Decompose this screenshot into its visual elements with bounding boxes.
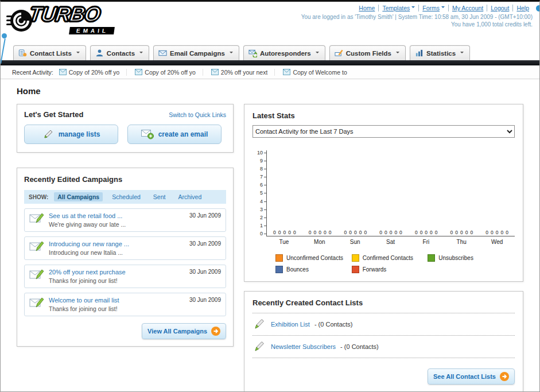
legend-swatch [352, 266, 359, 273]
nav-item-home[interactable]: Home [355, 5, 378, 11]
envelope-pencil-icon [29, 269, 44, 281]
recent-activity-item[interactable]: 20% off your next [211, 69, 275, 76]
switch-quick-links-link[interactable]: Switch to Quick Links [169, 111, 226, 118]
tab-autoresponders[interactable]: Autoresponders [243, 45, 325, 60]
envelope-pencil-icon [29, 240, 44, 253]
contact-list-link[interactable]: Newsletter Subscribers [271, 343, 336, 350]
view-all-campaigns-button[interactable]: View All Campaigns [142, 323, 226, 339]
see-all-contact-lists-button[interactable]: See All Contact Lists [428, 368, 515, 385]
legend-item: Bounces [275, 266, 347, 273]
tab-statistics[interactable]: Statistics [410, 45, 470, 60]
tab-label: Contact Lists [30, 50, 72, 57]
y-tick-label: 0 [252, 231, 266, 236]
activity-item-label: Copy of 20% off yo [145, 69, 196, 76]
x-tick-label: Sat [373, 239, 409, 245]
left-column: Let's Get Started Switch to Quick Links … [17, 100, 234, 347]
campaign-title-link[interactable]: Welcome to our email list [49, 297, 185, 304]
chart-value-label: 0 [384, 230, 387, 235]
chart-value-label: 0 [273, 230, 276, 235]
app-window: TURBO EMAIL Home Templates Forms My Acco… [0, 0, 540, 392]
envelope-pencil-icon [29, 212, 44, 225]
chart-value-labels: 00000 [373, 230, 409, 235]
tab-contacts[interactable]: Contacts [90, 45, 149, 60]
y-tick-label: 5 [252, 191, 266, 196]
chart-value-label: 0 [394, 230, 397, 235]
stats-period-select[interactable]: Contact Activity for the Last 7 Days [252, 125, 515, 138]
recent-activity-item[interactable]: Copy of Welcome to [283, 69, 353, 76]
logo-text: TURBO EMAIL [29, 4, 114, 35]
y-tick-label: 7 [252, 174, 266, 180]
pencil-icon [42, 129, 54, 140]
x-tick-label: Mon [302, 239, 337, 245]
page-title: Home [17, 86, 539, 96]
legend-swatch [275, 254, 283, 262]
campaign-title-link[interactable]: See us at the retail food ... [49, 212, 185, 219]
contact-lists-icon [18, 49, 27, 57]
x-tick-label: Fri [408, 239, 444, 245]
nav-item-help[interactable]: Help [512, 5, 533, 11]
campaign-row: See us at the retail food ... We're givi… [24, 208, 226, 232]
create-email-button[interactable]: create an email [127, 125, 222, 144]
envelope-plus-icon [141, 129, 154, 139]
y-tick-label: 2 [252, 215, 266, 220]
pencil-icon [254, 319, 266, 330]
chart-value-label: 0 [390, 230, 393, 235]
y-tick-label: 10 [252, 150, 266, 156]
contacts-icon [95, 49, 104, 57]
tab-email-campaigns[interactable]: Email Campaigns [153, 45, 239, 60]
recent-campaigns-title: Recently Edited Campaigns [24, 175, 122, 184]
nav-item-templates[interactable]: Templates [378, 5, 418, 11]
logout-link[interactable]: Logout [491, 5, 509, 11]
chart-x-axis: TueMonSunSatFriThuWed [266, 239, 515, 245]
forms-link[interactable]: Forms [422, 5, 440, 11]
campaign-date: 30 Jun 2009 [189, 212, 221, 219]
templates-link[interactable]: Templates [382, 5, 410, 11]
legend-item: Forwards [352, 266, 424, 273]
nav-item-forms[interactable]: Forms [418, 5, 448, 11]
campaign-subtitle: We're giving away our late ... [49, 221, 185, 228]
chevron-down-icon [230, 52, 233, 55]
header-utility: Home Templates Forms My Account Logout H… [301, 5, 533, 28]
contact-list-row: Exhibition List - (0 Contacts) [252, 313, 515, 330]
chevron-down-icon [76, 52, 80, 55]
campaign-title-link[interactable]: 20% off your next purchase [49, 269, 185, 275]
manage-lists-button[interactable]: manage lists [24, 125, 118, 144]
filter-sent[interactable]: Sent [150, 192, 169, 201]
tab-custom-fields[interactable]: Custom Fields [329, 45, 406, 60]
chevron-down-icon [460, 52, 464, 55]
activity-item-label: 20% off your next [221, 69, 268, 76]
chart-value-label: 0 [283, 230, 286, 235]
main-content: Let's Get Started Switch to Quick Links … [1, 100, 539, 392]
chart-value-label: 0 [460, 230, 463, 235]
contact-list-link[interactable]: Exhibition List [271, 321, 310, 328]
chart-plot-area: 00000000000000000000000000000000000 [266, 150, 515, 236]
filter-all-campaigns[interactable]: All Campaigns [54, 192, 103, 201]
chart-value-label: 0 [359, 230, 362, 235]
nav-divider-bar [1, 60, 539, 65]
chart-value-label: 0 [293, 230, 296, 235]
filter-scheduled[interactable]: Scheduled [108, 192, 144, 201]
decorative-dot [536, 5, 540, 11]
chart-value-label: 0 [506, 230, 508, 235]
nav-item-logout[interactable]: Logout [487, 5, 512, 11]
recent-activity-item[interactable]: Copy of 20% off yo [59, 69, 127, 76]
chart-value-label: 0 [430, 230, 433, 235]
recent-activity-bar: Recent Activity: Copy of 20% off yo Copy… [1, 65, 539, 79]
help-link[interactable]: Help [516, 5, 529, 11]
chart-value-label: 0 [349, 230, 352, 235]
arrow-right-icon [211, 327, 220, 336]
filter-archived[interactable]: Archived [174, 192, 205, 201]
recent-activity-item[interactable]: Copy of 20% off yo [135, 69, 203, 76]
my-account-link[interactable]: My Account [452, 5, 483, 11]
legend-label: Forwards [363, 266, 387, 273]
campaign-subtitle: Thanks for joining our list! [49, 305, 185, 312]
recent-contact-lists-panel: Recently Created Contact Lists Exhibitio… [244, 291, 523, 392]
chart-value-label: 0 [309, 230, 312, 235]
main-nav: Contact Lists Contacts Email Campaigns A… [1, 43, 539, 60]
tab-label: Statistics [426, 50, 456, 57]
home-link[interactable]: Home [359, 5, 375, 11]
nav-item-my-account[interactable]: My Account [448, 5, 487, 11]
tab-contact-lists[interactable]: Contact Lists [13, 45, 86, 60]
y-tick-label: 6 [252, 183, 266, 188]
campaign-title-link[interactable]: Introducing our new range ... [49, 240, 185, 247]
